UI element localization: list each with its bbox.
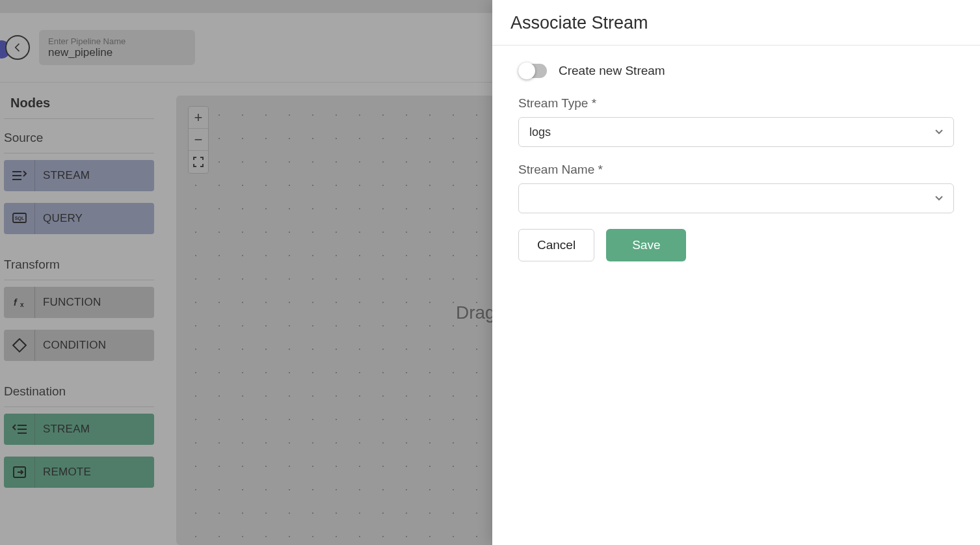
panel-title: Associate Stream xyxy=(510,13,962,33)
stream-name-label: Stream Name * xyxy=(518,163,954,177)
save-button[interactable]: Save xyxy=(606,229,686,261)
stream-type-value: logs xyxy=(529,126,551,139)
chevron-down-icon xyxy=(935,196,943,201)
panel-header: Associate Stream xyxy=(492,0,980,46)
create-new-stream-row: Create new Stream xyxy=(518,64,954,78)
stream-type-select[interactable]: logs xyxy=(518,117,954,147)
associate-stream-panel: Associate Stream Create new Stream Strea… xyxy=(492,0,980,545)
toggle-knob xyxy=(518,62,535,79)
chevron-down-icon xyxy=(935,129,943,135)
cancel-button[interactable]: Cancel xyxy=(518,229,594,261)
stream-type-label: Stream Type * xyxy=(518,96,954,111)
panel-body: Create new Stream Stream Type * logs Str… xyxy=(492,46,980,261)
create-new-stream-toggle[interactable] xyxy=(518,64,547,78)
stream-name-select[interactable] xyxy=(518,183,954,213)
panel-action-row: Cancel Save xyxy=(518,229,954,261)
create-new-stream-label: Create new Stream xyxy=(559,64,665,78)
